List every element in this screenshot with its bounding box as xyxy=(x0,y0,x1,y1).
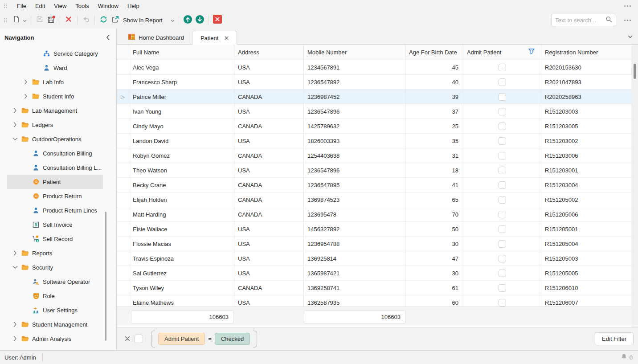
toolbar-drag-grip-icon[interactable] xyxy=(4,17,7,23)
column-header-full-name[interactable]: Full Name xyxy=(129,45,234,60)
cell-registration-number[interactable]: R151203001 xyxy=(541,163,631,177)
cell-mobile-number[interactable]: 1826003393 xyxy=(304,134,405,148)
cell-age[interactable]: 61 xyxy=(405,281,463,295)
cell-full-name[interactable]: Flossie Macias xyxy=(129,237,234,251)
chevron-right-icon[interactable] xyxy=(22,94,29,99)
menu-window[interactable]: Window xyxy=(94,1,123,11)
cell-full-name[interactable]: Sal Gutierrez xyxy=(129,266,234,280)
cell-registration-number[interactable]: R2021047893 xyxy=(541,75,631,89)
cell-address[interactable]: CANADA xyxy=(234,148,304,163)
cell-registration-number[interactable]: R151205001 xyxy=(541,222,631,236)
cell-address[interactable]: USA xyxy=(234,134,304,148)
cell-registration-number[interactable]: R2020153630 xyxy=(541,60,631,74)
cell-registration-number[interactable]: R151203005 xyxy=(541,119,631,133)
sidebar-item-sell-record[interactable]: $Sell Record xyxy=(0,232,116,246)
table-row[interactable]: ▷Patrice MillerCANADA123698745239R202025… xyxy=(117,90,631,104)
cell-registration-number[interactable]: R151205005 xyxy=(541,266,631,280)
cell-registration-number[interactable]: R151203003 xyxy=(541,104,631,119)
chevron-right-icon[interactable] xyxy=(12,108,19,113)
delete-button[interactable] xyxy=(63,14,74,26)
tab-patient[interactable]: Patient xyxy=(192,31,237,45)
cell-full-name[interactable]: Matt Harding xyxy=(129,207,234,221)
sidebar-item-student-management[interactable]: Student Management xyxy=(0,317,116,331)
cell-address[interactable]: USA xyxy=(234,251,304,266)
tab-home-dashboard[interactable]: Home Dashboard xyxy=(120,31,192,44)
filter-value-chip[interactable]: Checked xyxy=(215,333,250,345)
cell-age[interactable]: 35 xyxy=(405,134,463,148)
admit-patient-checkbox[interactable] xyxy=(499,123,506,130)
toolbar-overflow-icon[interactable] xyxy=(622,18,634,23)
sidebar-item-lab-info[interactable]: Lab Info xyxy=(0,75,116,89)
sidebar-item-ledgers[interactable]: Ledgers xyxy=(0,118,116,132)
search-icon[interactable] xyxy=(605,16,612,25)
cell-mobile-number[interactable]: 1254403638 xyxy=(304,148,405,163)
menu-file[interactable]: File xyxy=(12,1,31,11)
chevron-right-icon[interactable] xyxy=(12,122,19,127)
table-row[interactable]: Ivan YoungUSA123654789637R151203003 xyxy=(117,104,631,119)
cell-address[interactable]: USA xyxy=(234,60,304,74)
cell-address[interactable]: CANADA xyxy=(234,192,304,207)
table-row[interactable]: Elsie WallaceUSA145632789250R151205001 xyxy=(117,222,631,237)
cell-age[interactable]: 65 xyxy=(405,192,463,207)
table-row[interactable]: Theo WatsonUSA123654789618R151203001 xyxy=(117,163,631,178)
cell-age[interactable]: 40 xyxy=(405,75,463,89)
move-up-button[interactable] xyxy=(182,14,194,26)
sidebar-item-outdooroperations[interactable]: OutdoorOperations xyxy=(0,132,116,146)
filter-close-icon[interactable] xyxy=(125,335,130,343)
cell-age[interactable]: 50 xyxy=(405,222,463,236)
save-as-button[interactable] xyxy=(45,14,57,26)
cell-address[interactable]: USA xyxy=(234,163,304,177)
cell-full-name[interactable]: Elaine Mathews xyxy=(129,295,234,307)
cell-address[interactable]: CANADA xyxy=(234,119,304,133)
menu-drag-grip-icon[interactable] xyxy=(4,3,7,8)
admit-patient-checkbox[interactable] xyxy=(499,93,506,101)
cell-full-name[interactable]: Tyson Wiley xyxy=(129,281,234,295)
cell-full-name[interactable]: Patrice Miller xyxy=(129,90,234,104)
chevron-right-icon[interactable] xyxy=(12,250,19,256)
column-header-age[interactable]: Age For Birth Date xyxy=(405,45,463,60)
table-row[interactable]: Landon DavidUSA182600339335R151203002 xyxy=(117,134,631,148)
sidebar-item-product-return-lines[interactable]: Product Return Lines xyxy=(0,203,116,217)
admit-patient-checkbox[interactable] xyxy=(499,225,506,233)
cell-age[interactable]: 30 xyxy=(405,266,463,280)
cell-registration-number[interactable]: R151206007 xyxy=(541,295,631,307)
close-view-button[interactable] xyxy=(212,14,223,26)
table-row[interactable]: Francesco SharpUSA123654789240R202104789… xyxy=(117,75,631,90)
cell-address[interactable]: USA xyxy=(234,295,304,307)
cell-registration-number[interactable]: R151205003 xyxy=(541,251,631,266)
cell-age[interactable]: 70 xyxy=(405,207,463,221)
cell-full-name[interactable]: Alec Vega xyxy=(129,60,234,74)
column-header-mobile-number[interactable]: Mobile Number xyxy=(304,45,405,60)
cell-registration-number[interactable]: R151203006 xyxy=(541,148,631,163)
cell-registration-number[interactable]: R151205006 xyxy=(541,207,631,221)
sidebar-item-service-category[interactable]: Service Category xyxy=(0,46,116,61)
admit-patient-checkbox[interactable] xyxy=(499,270,506,277)
admit-patient-checkbox[interactable] xyxy=(499,255,506,262)
admit-patient-checkbox[interactable] xyxy=(499,108,506,115)
sidebar-item-ward[interactable]: Ward xyxy=(0,61,116,75)
cell-age[interactable]: 37 xyxy=(405,104,463,119)
admit-patient-checkbox[interactable] xyxy=(499,78,506,86)
cell-age[interactable]: 45 xyxy=(405,60,463,74)
cell-mobile-number[interactable]: 1425789632 xyxy=(304,119,405,133)
cell-full-name[interactable]: Elijah Holden xyxy=(129,192,234,207)
admit-patient-checkbox[interactable] xyxy=(499,299,506,307)
menu-edit[interactable]: Edit xyxy=(31,1,49,11)
column-header-registration-number[interactable]: Registration Number xyxy=(541,45,631,60)
column-header-admit-patient[interactable]: Admit Patient xyxy=(463,45,541,60)
cell-registration-number[interactable]: R151203004 xyxy=(541,178,631,192)
table-row[interactable]: Elijah HoldenCANADA136987452365R15120500… xyxy=(117,192,631,207)
sidebar-item-consultation-billing-l[interactable]: Consultation Billing L... xyxy=(0,160,116,175)
chevron-right-icon[interactable] xyxy=(12,322,19,327)
sidebar-item-patient[interactable]: ?Patient xyxy=(0,175,116,189)
cell-address[interactable]: CANADA xyxy=(234,178,304,192)
cell-age[interactable]: 30 xyxy=(405,237,463,251)
save-button[interactable] xyxy=(34,14,45,26)
cell-mobile-number[interactable]: 1236987452 xyxy=(304,90,405,104)
sidebar-item-consultation-billing[interactable]: Consultation Billing xyxy=(0,146,116,160)
cell-age[interactable]: 31 xyxy=(405,148,463,163)
sidebar-item-sell-invoice[interactable]: $Sell Invoice xyxy=(0,217,116,232)
admit-patient-checkbox[interactable] xyxy=(499,240,506,248)
move-down-button[interactable] xyxy=(194,14,206,26)
refresh-button[interactable] xyxy=(98,14,109,26)
